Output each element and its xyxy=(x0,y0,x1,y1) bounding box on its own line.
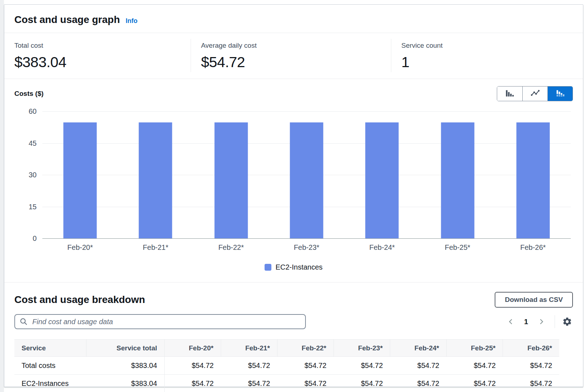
table-row: Total costs$383.04$54.72$54.72$54.72$54.… xyxy=(14,357,559,375)
chart-toolbar: Costs ($) xyxy=(14,86,573,101)
stat-value: $383.04 xyxy=(14,54,181,71)
column-header: Feb-25* xyxy=(447,340,503,357)
table-controls-row: 1 xyxy=(4,310,583,335)
cost-value-cell: $54.72 xyxy=(447,375,503,392)
cost-value-cell: $54.72 xyxy=(333,375,390,392)
cost-value-cell: $54.72 xyxy=(277,357,333,375)
breakdown-header: Cost and usage breakdown Download as CSV xyxy=(4,283,583,310)
cost-value-cell: $54.72 xyxy=(164,375,221,392)
y-axis-tick: 45 xyxy=(29,139,37,147)
x-axis-label: Feb-22* xyxy=(193,243,269,252)
bar-Feb-21*[interactable] xyxy=(139,122,172,238)
cost-value-cell: $54.72 xyxy=(390,357,447,375)
service-name-cell: Total costs xyxy=(14,357,86,375)
pagination: 1 xyxy=(505,315,573,328)
line-chart-icon xyxy=(530,88,540,99)
card-header: Cost and usage graph Info xyxy=(4,5,583,33)
search-input[interactable] xyxy=(32,317,301,326)
stats-row: Total cost $383.04 Average daily cost $5… xyxy=(4,33,583,79)
column-header: Feb-24* xyxy=(390,340,447,357)
x-axis-label: Feb-26* xyxy=(495,243,571,252)
previous-page-button[interactable] xyxy=(505,316,516,327)
bar-Feb-25*[interactable] xyxy=(441,122,474,238)
bar-Feb-26*[interactable] xyxy=(516,122,550,238)
bar-Feb-20*[interactable] xyxy=(64,122,97,238)
breakdown-table: ServiceService totalFeb-20*Feb-21*Feb-22… xyxy=(14,339,559,392)
cost-value-cell: $54.72 xyxy=(221,375,277,392)
info-link[interactable]: Info xyxy=(126,17,137,25)
stat-label: Service count xyxy=(401,42,573,50)
stat-average-daily-cost: Average daily cost $54.72 xyxy=(191,39,391,72)
settings-gear-icon xyxy=(562,317,572,327)
x-axis-label: Feb-20* xyxy=(42,243,118,252)
stacked-bar-chart-icon xyxy=(555,88,565,99)
page-title: Cost and usage graph xyxy=(14,14,120,25)
chart-section: Costs ($) xyxy=(4,79,583,283)
cost-value-cell: $383.04 xyxy=(86,357,164,375)
x-axis-label: Feb-21* xyxy=(118,243,193,252)
bar-column xyxy=(269,111,344,238)
pagination-divider xyxy=(555,315,555,328)
y-axis-title: Costs ($) xyxy=(14,90,43,98)
download-csv-button[interactable]: Download as CSV xyxy=(495,292,573,308)
grouped-bar-chart-view-button[interactable] xyxy=(497,87,522,101)
cost-value-cell: $54.72 xyxy=(447,357,503,375)
cost-value-cell: $54.72 xyxy=(164,357,221,375)
stat-value: 1 xyxy=(401,54,573,71)
legend-swatch-ec2-instances[interactable] xyxy=(265,264,271,271)
grouped-bar-chart-icon xyxy=(505,88,515,99)
y-axis-tick: 30 xyxy=(29,171,37,179)
y-axis-tick: 15 xyxy=(29,202,37,211)
gridline xyxy=(42,238,571,239)
cost-value-cell: $54.72 xyxy=(390,375,447,392)
bar-Feb-23*[interactable] xyxy=(290,122,323,238)
cost-value-cell: $54.72 xyxy=(503,375,559,392)
y-axis-tick: 60 xyxy=(29,107,37,116)
column-header: Service total xyxy=(86,340,164,357)
bars-row xyxy=(42,111,571,238)
chart-plot: 015304560 xyxy=(42,111,571,238)
cost-usage-card: Cost and usage graph Info Total cost $38… xyxy=(4,4,583,387)
column-header: Feb-20* xyxy=(164,340,221,357)
bar-column xyxy=(193,111,269,238)
stat-total-cost: Total cost $383.04 xyxy=(4,39,191,72)
page-number-button[interactable]: 1 xyxy=(522,317,530,326)
column-header: Feb-26* xyxy=(503,340,559,357)
chevron-right-icon xyxy=(537,318,545,326)
breakdown-table-wrap: ServiceService totalFeb-20*Feb-21*Feb-22… xyxy=(4,335,583,392)
bar-Feb-24*[interactable] xyxy=(365,122,399,238)
chevron-left-icon xyxy=(507,318,515,326)
cost-value-cell: $54.72 xyxy=(333,357,390,375)
page-background-gutter xyxy=(0,0,4,392)
cost-value-cell: $54.72 xyxy=(221,357,277,375)
next-page-button[interactable] xyxy=(536,316,547,327)
bar-column xyxy=(118,111,193,238)
x-axis-label: Feb-24* xyxy=(344,243,420,252)
stat-label: Total cost xyxy=(14,42,181,50)
bar-column xyxy=(344,111,420,238)
column-header: Service xyxy=(14,340,86,357)
table-header-row: ServiceService totalFeb-20*Feb-21*Feb-22… xyxy=(14,340,559,357)
y-axis-tick: 0 xyxy=(33,234,37,243)
search-box xyxy=(14,314,306,329)
cost-value-cell: $383.04 xyxy=(86,375,164,392)
stat-value: $54.72 xyxy=(201,54,381,71)
x-axis-labels: Feb-20*Feb-21*Feb-22*Feb-23*Feb-24*Feb-2… xyxy=(42,238,571,252)
breakdown-title: Cost and usage breakdown xyxy=(14,294,145,305)
stacked-bar-chart-view-button[interactable] xyxy=(547,87,573,101)
x-axis-label: Feb-23* xyxy=(269,243,344,252)
legend-label[interactable]: EC2-Instances xyxy=(275,263,322,271)
table-row: EC2-Instances$383.04$54.72$54.72$54.72$5… xyxy=(14,375,559,392)
chart-legend: EC2-Instances xyxy=(14,263,573,282)
x-axis-label: Feb-25* xyxy=(420,243,495,252)
bar-column xyxy=(420,111,495,238)
search-icon xyxy=(19,317,28,326)
bar-column xyxy=(42,111,118,238)
column-header: Feb-23* xyxy=(333,340,390,357)
chart-view-toggle-group xyxy=(497,86,573,101)
bar-column xyxy=(495,111,571,238)
line-chart-view-button[interactable] xyxy=(522,87,547,101)
bar-Feb-22*[interactable] xyxy=(214,122,248,238)
table-settings-button[interactable] xyxy=(561,316,573,327)
cost-value-cell: $54.72 xyxy=(277,375,333,392)
